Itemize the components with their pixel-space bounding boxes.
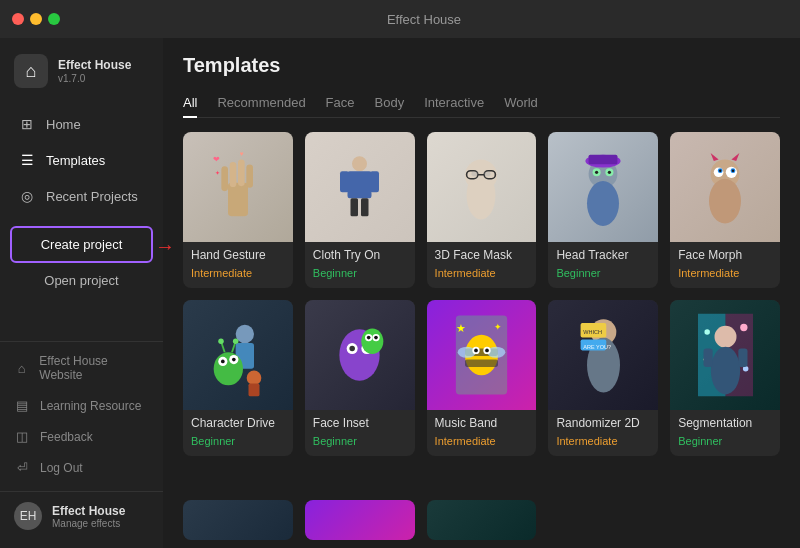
tab-world[interactable]: World [504, 89, 538, 118]
sidebar-item-recent[interactable]: ◎ Recent Projects [4, 178, 159, 214]
templates-grid: ❤ ♥ ✦ Hand Gesture Intermediate [163, 118, 800, 500]
svg-rect-1 [221, 166, 228, 191]
template-name-3d-face-mask: 3D Face Mask [435, 248, 529, 262]
template-info-segmentation: Segmentation Beginner [670, 410, 780, 456]
svg-text:ARE YOU?: ARE YOU? [583, 344, 611, 350]
template-card-character-drive[interactable]: Character Drive Beginner [183, 300, 293, 456]
minimize-button[interactable] [30, 13, 42, 25]
sidebar-item-logout[interactable]: ⏎ Log Out [0, 452, 163, 483]
svg-point-87 [710, 347, 739, 395]
svg-rect-24 [589, 154, 618, 164]
sidebar-nav: ⊞ Home ☰ Templates ◎ Recent Projects [0, 102, 163, 218]
logo-text: Effect House v1.7.0 [58, 58, 131, 83]
partial-row [163, 500, 800, 540]
randomizer-svg: WHICH ARE YOU? [576, 311, 631, 399]
partial-card-2[interactable] [305, 500, 415, 540]
svg-rect-2 [230, 162, 237, 187]
template-name-segmentation: Segmentation [678, 416, 772, 430]
feedback-label: Feedback [40, 430, 93, 444]
sidebar-logo: ⌂ Effect House v1.7.0 [0, 38, 163, 102]
maximize-button[interactable] [48, 13, 60, 25]
thumb-content-inset [305, 300, 415, 410]
svg-point-35 [719, 169, 721, 171]
character-drive-svg [210, 311, 265, 399]
avatar-initials: EH [20, 509, 37, 523]
title-bar: Effect House [0, 0, 800, 38]
svg-text:✦: ✦ [215, 170, 220, 176]
title-bar-text: Effect House [60, 12, 788, 27]
open-project-button[interactable]: Open project [10, 265, 153, 296]
svg-point-44 [221, 360, 225, 364]
template-card-face-inset[interactable]: Face Inset Beginner [305, 300, 415, 456]
svg-rect-11 [370, 171, 379, 192]
svg-point-39 [236, 325, 254, 343]
svg-point-8 [352, 156, 367, 171]
template-level-randomizer-2d: Intermediate [556, 434, 650, 448]
traffic-lights [12, 13, 60, 25]
partial-thumb-2 [305, 500, 415, 540]
logo-version: v1.7.0 [58, 73, 131, 84]
thumb-content-seg [670, 300, 780, 410]
thumb-content-face [427, 132, 537, 242]
close-button[interactable] [12, 13, 24, 25]
sidebar-label-home: Home [46, 117, 81, 132]
template-name-cloth-try-on: Cloth Try On [313, 248, 407, 262]
template-info-hand-gesture: Hand Gesture Intermediate [183, 242, 293, 288]
tab-body[interactable]: Body [375, 89, 405, 118]
face-inset-svg [332, 311, 387, 399]
partial-card-1[interactable] [183, 500, 293, 540]
svg-point-49 [233, 339, 239, 345]
svg-point-45 [232, 358, 236, 362]
template-card-music-band[interactable]: ★ ✦ Music Band Intermediate [427, 300, 537, 456]
tab-all[interactable]: All [183, 89, 197, 118]
svg-rect-89 [738, 349, 747, 367]
template-card-cloth-try-on[interactable]: Cloth Try On Beginner [305, 132, 415, 288]
sidebar-footer: ⌂ Effect House Website ▤ Learning Resour… [0, 341, 163, 487]
template-info-randomizer-2d: Randomizer 2D Intermediate [548, 410, 658, 456]
sidebar-item-templates[interactable]: ☰ Templates [4, 142, 159, 178]
sidebar-item-learning[interactable]: ▤ Learning Resource [0, 390, 163, 421]
sidebar-label-recent: Recent Projects [46, 189, 138, 204]
tab-recommended[interactable]: Recommended [217, 89, 305, 118]
template-thumb-3d-face-mask [427, 132, 537, 242]
sidebar-item-feedback[interactable]: ◫ Feedback [0, 421, 163, 452]
feedback-icon: ◫ [14, 429, 30, 444]
tab-face[interactable]: Face [326, 89, 355, 118]
profile-info: Effect House Manage effects [52, 504, 125, 529]
svg-point-61 [374, 336, 378, 340]
sidebar-profile[interactable]: EH Effect House Manage effects [0, 491, 163, 540]
svg-point-30 [709, 178, 741, 223]
template-info-face-inset: Face Inset Beginner [305, 410, 415, 456]
template-level-music-band: Intermediate [435, 434, 529, 448]
template-name-music-band: Music Band [435, 416, 529, 430]
template-name-hand-gesture: Hand Gesture [191, 248, 285, 262]
create-project-button[interactable]: Create project [10, 226, 153, 263]
thumb-content-char [183, 300, 293, 410]
content-header: Templates All Recommended Face Body Inte… [163, 38, 800, 118]
svg-rect-65 [465, 360, 498, 367]
thumb-content-morph [670, 132, 780, 242]
template-name-head-tracker: Head Tracker [556, 248, 650, 262]
template-level-cloth-try-on: Beginner [313, 266, 407, 280]
cloth-tryon-svg [337, 147, 382, 227]
template-card-segmentation[interactable]: Segmentation Beginner [670, 300, 780, 456]
sidebar-item-website[interactable]: ⌂ Effect House Website [0, 346, 163, 390]
svg-point-86 [714, 326, 736, 348]
svg-rect-4 [246, 165, 253, 188]
template-card-randomizer-2d[interactable]: WHICH ARE YOU? Randomizer 2D Intermediat… [548, 300, 658, 456]
svg-point-28 [608, 170, 611, 173]
template-card-head-tracker[interactable]: Head Tracker Beginner [548, 132, 658, 288]
sidebar-item-home[interactable]: ⊞ Home [4, 106, 159, 142]
home-icon: ⊞ [18, 116, 36, 132]
svg-point-22 [587, 181, 619, 226]
template-level-3d-face-mask: Intermediate [435, 266, 529, 280]
svg-point-71 [485, 349, 489, 353]
partial-card-3[interactable] [427, 500, 537, 540]
svg-point-36 [732, 169, 734, 171]
template-thumb-hand-gesture: ❤ ♥ ✦ [183, 132, 293, 242]
template-card-3d-face-mask[interactable]: 3D Face Mask Intermediate [427, 132, 537, 288]
tab-interactive[interactable]: Interactive [424, 89, 484, 118]
template-card-hand-gesture[interactable]: ❤ ♥ ✦ Hand Gesture Intermediate [183, 132, 293, 288]
template-card-face-morph[interactable]: Face Morph Intermediate [670, 132, 780, 288]
svg-text:★: ★ [456, 322, 466, 334]
